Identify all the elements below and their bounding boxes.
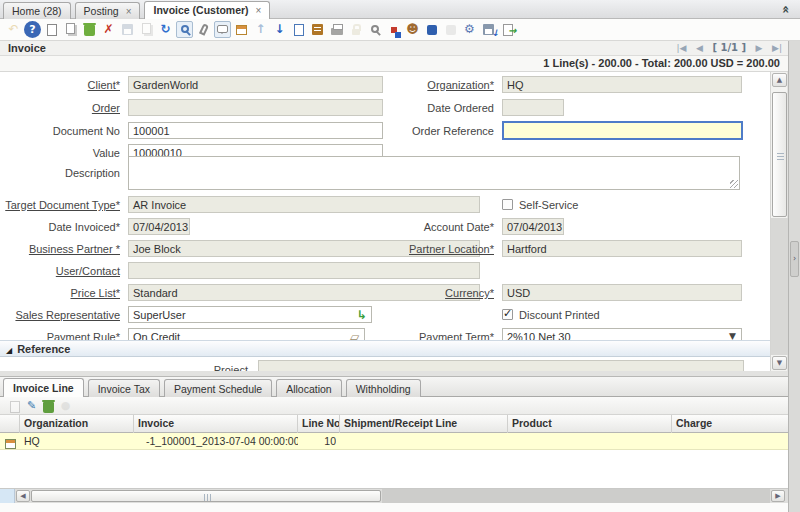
last-record-icon[interactable]: ▶| — [772, 43, 782, 53]
organization-field[interactable]: HQ — [502, 76, 742, 93]
requery-line-icon[interactable]: ● — [58, 398, 73, 413]
horizontal-scroll-track[interactable] — [382, 489, 770, 503]
description-label: Description — [0, 166, 120, 180]
export-icon[interactable] — [480, 21, 497, 38]
description-field[interactable] — [128, 156, 740, 190]
order-label[interactable]: Order — [0, 101, 120, 115]
tab-invoice-tax[interactable]: Invoice Tax — [88, 379, 160, 397]
delete-line-icon[interactable] — [41, 398, 56, 413]
reference-section-header[interactable]: ◢Reference — [0, 340, 770, 357]
product-info-icon[interactable] — [423, 21, 440, 38]
collapse-header-icon[interactable]: « — [778, 5, 793, 13]
sales-representative-field[interactable]: SuperUser — [128, 306, 372, 323]
table-row[interactable]: HQ -1_100001_2013-07-04 00:00:00_200.00 … — [0, 433, 788, 450]
record-zoom-icon[interactable]: ↳ — [357, 309, 367, 321]
column-header-invoice[interactable]: Invoice — [134, 415, 298, 433]
scroll-right-icon[interactable]: ▶ — [771, 490, 785, 502]
archive-icon[interactable] — [309, 21, 326, 38]
copy-record-icon[interactable] — [62, 21, 79, 38]
east-panel-expand-icon[interactable]: › — [790, 241, 799, 277]
refresh-icon[interactable]: ↻ — [157, 21, 174, 38]
project-label[interactable]: Project — [130, 363, 248, 371]
section-expander-icon[interactable]: ◢ — [6, 346, 12, 355]
vertical-scroll-thumb[interactable] — [772, 92, 787, 217]
grid-toggle-icon[interactable] — [233, 21, 250, 38]
previous-record-icon[interactable]: ◀ — [696, 43, 703, 53]
self-service-checkbox[interactable] — [502, 199, 513, 210]
sales-representative-label[interactable]: Sales Representative — [0, 308, 120, 322]
scroll-left-icon[interactable]: ◀ — [16, 490, 30, 502]
organization-label[interactable]: Organization* — [376, 78, 494, 92]
order-field[interactable] — [128, 99, 383, 116]
target-document-type-label[interactable]: Target Document Type* — [0, 198, 120, 212]
tab-posting[interactable]: Posting× — [75, 2, 141, 19]
discount-printed-checkbox[interactable] — [502, 309, 513, 320]
client-label[interactable]: Client* — [0, 78, 120, 92]
client-field[interactable]: GardenWorld — [128, 76, 383, 93]
ignore-icon[interactable] — [442, 21, 459, 38]
cell-shipment-receipt-line — [340, 433, 508, 450]
column-header-charge[interactable]: Charge — [672, 415, 787, 433]
detail-toolbar: ✎● — [0, 397, 788, 415]
order-reference-field[interactable] — [502, 121, 743, 140]
currency-label[interactable]: Currency* — [376, 286, 494, 300]
print-icon[interactable] — [328, 21, 345, 38]
price-list-label[interactable]: Price List* — [0, 286, 120, 300]
column-header-product[interactable]: Product — [508, 415, 672, 433]
vertical-scroll-track[interactable] — [771, 218, 788, 355]
tab-withholding[interactable]: Withholding — [346, 379, 421, 397]
find-icon[interactable] — [176, 21, 193, 38]
tab-allocation[interactable]: Allocation — [276, 379, 342, 397]
horizontal-scroll-thumb[interactable] — [31, 490, 381, 502]
new-line-icon[interactable] — [7, 398, 22, 413]
business-partner-label[interactable]: Business Partner * — [0, 242, 120, 256]
csv-import-icon[interactable] — [499, 21, 516, 38]
record-navigation: |◀ ◀ [ 1/1 ] ▶ ▶| — [669, 42, 782, 53]
new-record-icon[interactable] — [43, 21, 60, 38]
edit-line-icon[interactable]: ✎ — [24, 398, 39, 413]
save-icon[interactable] — [119, 21, 136, 38]
currency-field[interactable]: USD — [502, 284, 742, 301]
scroll-down-icon[interactable]: ▼ — [772, 356, 787, 370]
partner-location-label[interactable]: Partner Location* — [376, 242, 494, 256]
invoice-form: Client* GardenWorld Organization* HQ Ord… — [0, 72, 770, 371]
partner-location-field[interactable]: Hartford — [502, 240, 742, 257]
tab-invoice-line[interactable]: Invoice Line — [3, 378, 84, 397]
document-no-field[interactable]: 100001 — [128, 122, 383, 139]
scroll-up-icon[interactable]: ▲ — [772, 73, 787, 87]
tab-home[interactable]: Home (28) — [3, 2, 71, 19]
report-icon[interactable] — [290, 21, 307, 38]
account-date-field[interactable]: 07/04/2013 — [502, 218, 564, 235]
window-tab-bar: Home (28) Posting× Invoice (Customer)× « — [0, 0, 800, 19]
close-icon[interactable]: × — [126, 6, 132, 17]
undo-icon[interactable]: ↶ — [5, 21, 22, 38]
target-document-type-field[interactable]: AR Invoice — [128, 196, 480, 213]
date-ordered-field[interactable] — [502, 99, 564, 116]
first-record-icon[interactable]: |◀ — [676, 43, 686, 53]
column-header-organization[interactable]: Organization — [20, 415, 134, 433]
user-contact-label[interactable]: User/Contact — [0, 264, 120, 278]
tab-payment-schedule[interactable]: Payment Schedule — [164, 379, 272, 397]
parent-record-icon[interactable]: ↑ — [252, 21, 269, 38]
check-requests-icon[interactable]: ☻ — [404, 21, 421, 38]
process-icon[interactable]: ⚙ — [461, 21, 478, 38]
chat-icon[interactable] — [214, 21, 231, 38]
delete-selection-icon[interactable]: ✗ — [100, 21, 117, 38]
column-header-shipment-receipt-line[interactable]: Shipment/Receipt Line — [340, 415, 508, 433]
tab-invoice-customer[interactable]: Invoice (Customer)× — [144, 1, 270, 19]
project-field[interactable] — [258, 360, 744, 371]
lock-icon[interactable] — [347, 21, 364, 38]
save-create-icon[interactable] — [138, 21, 155, 38]
column-header-line-no[interactable]: Line No — [298, 415, 340, 433]
attachment-icon[interactable] — [195, 21, 212, 38]
user-contact-field[interactable] — [128, 262, 480, 279]
delete-record-icon[interactable] — [81, 21, 98, 38]
help-icon[interactable]: ? — [24, 21, 41, 38]
detail-record-icon[interactable]: ↓ — [271, 21, 288, 38]
next-record-icon[interactable]: ▶ — [756, 43, 763, 53]
close-icon[interactable]: × — [256, 5, 262, 16]
row-edit-icon[interactable] — [4, 435, 17, 448]
workflow-icon[interactable] — [385, 21, 402, 38]
zoom-across-icon[interactable] — [366, 21, 383, 38]
date-invoiced-field[interactable]: 07/04/2013 — [128, 218, 190, 235]
